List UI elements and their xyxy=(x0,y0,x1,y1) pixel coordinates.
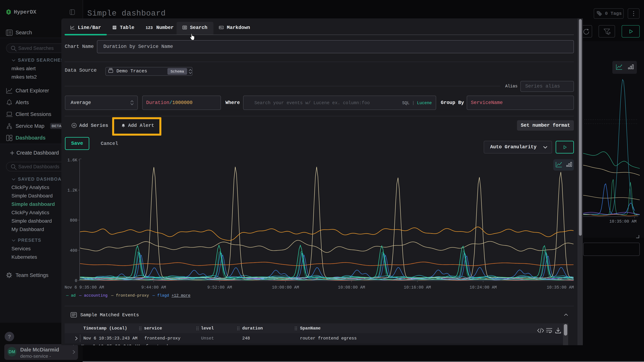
svg-text:Nov 6 9:35:00 AM: Nov 6 9:35:00 AM xyxy=(64,285,104,290)
svg-text:800: 800 xyxy=(70,218,77,223)
svg-text:9:52:00 AM: 9:52:00 AM xyxy=(207,285,232,290)
svg-text:10:35:00 AM: 10:35:00 AM xyxy=(547,285,574,290)
svg-text:10:16:00 AM: 10:16:00 AM xyxy=(404,285,431,290)
svg-text:10:08:00 AM: 10:08:00 AM xyxy=(338,285,365,290)
svg-text:1.2K: 1.2K xyxy=(68,188,77,193)
svg-text:400: 400 xyxy=(70,248,77,253)
svg-text:1.6K: 1.6K xyxy=(68,158,77,163)
svg-text:10:35:00 AM: 10:35:00 AM xyxy=(609,219,636,224)
svg-text:9:44:00 AM: 9:44:00 AM xyxy=(141,285,166,290)
svg-text:0: 0 xyxy=(75,279,77,283)
svg-text:10:00:00 AM: 10:00:00 AM xyxy=(272,285,299,290)
svg-text:10:24:00 AM: 10:24:00 AM xyxy=(470,285,497,290)
